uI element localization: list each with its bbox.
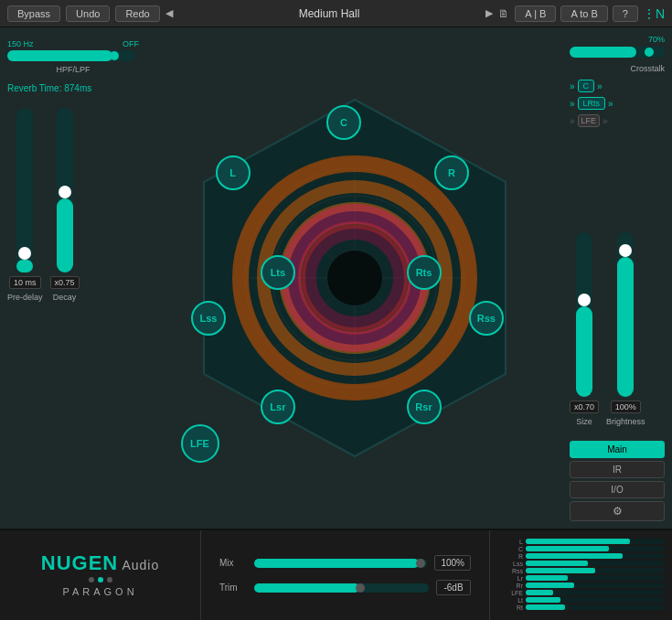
meter-row-Lt: Lt <box>497 596 665 604</box>
brightness-slider[interactable] <box>617 232 634 397</box>
predelay-value[interactable]: 10 ms <box>9 276 41 289</box>
audio-text: Audio <box>118 558 159 572</box>
logo-section: NUGEN Audio PARAGON <box>0 530 201 620</box>
reverb-time: Reverb Time: 874ms <box>7 83 139 93</box>
crosstalk-slider[interactable] <box>570 47 665 58</box>
cx-channel-LRts: » LRts » <box>570 97 665 110</box>
cx-btn-LFE[interactable]: LFE <box>578 114 601 127</box>
speaker-Rsr[interactable]: Rsr <box>407 390 442 424</box>
predelay-thumb[interactable] <box>18 247 31 260</box>
meter-label-LFE: LFE <box>497 590 523 596</box>
size-value[interactable]: x0.70 <box>570 401 599 413</box>
ab-button[interactable]: A | B <box>515 5 556 22</box>
mix-slider[interactable] <box>254 559 427 568</box>
settings-tab[interactable]: ⚙ <box>570 501 665 521</box>
center-area: C L R Lts Rts Lss Rss Lsr Rsr LFE <box>146 27 562 529</box>
speaker-L[interactable]: L <box>216 155 251 190</box>
meter-bar-container-Rr <box>526 583 665 588</box>
speaker-LFE[interactable]: LFE <box>181 424 219 463</box>
logo-dot-2 <box>98 577 103 583</box>
cx-btn-C[interactable]: C <box>578 80 595 92</box>
paragon-text: PARAGON <box>62 586 137 597</box>
cx-arrow-LFE: » <box>570 116 575 126</box>
meter-label-R: R <box>497 553 523 560</box>
ir-tab[interactable]: IR <box>570 461 665 478</box>
meter-row-LFE: LFE <box>497 589 665 596</box>
a-to-b-button[interactable]: A to B <box>560 5 607 22</box>
meter-bar-container-L <box>526 539 665 544</box>
brightness-value[interactable]: 100% <box>611 401 641 413</box>
gen-text: GEN <box>72 551 119 574</box>
filter-section: 150 Hz OFF HPF/LPF <box>7 39 139 74</box>
preset-name: Medium Hall <box>178 7 481 20</box>
size-label: Size <box>576 417 592 426</box>
cx-channel-C: » C » <box>570 80 665 92</box>
mix-label: Mix <box>219 558 247 568</box>
menu-icon[interactable]: ⋮N <box>643 6 665 21</box>
meter-row-Rss: Rss <box>497 567 665 574</box>
decay-value[interactable]: x0.75 <box>50 276 80 289</box>
meter-bar-Lss <box>526 561 588 566</box>
meter-label-Rss: Rss <box>497 568 523 574</box>
right-panel: 70% Crosstalk » C » » LRts » » LFE » <box>562 27 672 529</box>
lpf-thumb[interactable] <box>110 51 119 60</box>
crosstalk-label: Crosstalk <box>570 64 665 73</box>
trim-slider[interactable] <box>254 583 429 593</box>
trim-thumb[interactable] <box>356 583 365 593</box>
size-thumb[interactable] <box>578 294 591 306</box>
speaker-Lsr[interactable]: Lsr <box>261 390 295 424</box>
meter-row-Lr: Lr <box>497 574 665 582</box>
meter-bar-L <box>526 539 630 544</box>
cx-btn-LRts[interactable]: LRts <box>578 97 606 110</box>
predelay-decay-sliders: 10 ms Pre-delay x0.75 Decay <box>7 108 139 302</box>
cx-arrow-C: » <box>570 81 575 91</box>
meter-label-Rt: Rt <box>497 604 523 611</box>
next-preset-icon[interactable]: ▶ <box>485 7 493 19</box>
trim-value[interactable]: -6dB <box>436 580 471 595</box>
cx-arrow-C2: » <box>597 81 603 91</box>
meter-bar-container-Rss <box>526 568 665 573</box>
meter-bar-Rss <box>526 568 595 573</box>
decay-slider-container: x0.75 Decay <box>50 108 80 302</box>
decay-slider[interactable] <box>57 108 73 273</box>
speaker-R[interactable]: R <box>434 155 469 190</box>
hpf-freq-label: 150 Hz <box>7 39 34 48</box>
meter-label-Lt: Lt <box>497 597 523 604</box>
meter-bar-LFE <box>526 590 553 595</box>
main-tab[interactable]: Main <box>570 441 665 458</box>
crosstalk-percent: 70% <box>648 35 665 44</box>
decay-thumb[interactable] <box>59 186 71 198</box>
meter-bar-container-Lr <box>526 575 665 581</box>
predelay-slider[interactable] <box>16 108 33 273</box>
help-button[interactable]: ? <box>613 5 638 22</box>
speaker-Rss[interactable]: Rss <box>469 301 504 336</box>
size-slider[interactable] <box>576 232 592 397</box>
speaker-Lss[interactable]: Lss <box>191 301 226 336</box>
meter-label-C: C <box>497 546 523 552</box>
mix-value[interactable]: 100% <box>434 555 471 571</box>
hpf-lpf-label: HPF/LPF <box>7 65 139 74</box>
speaker-Lts[interactable]: Lts <box>261 255 295 290</box>
io-tab[interactable]: I/O <box>570 481 665 498</box>
speaker-C[interactable]: C <box>326 105 361 140</box>
cx-channel-LFE: » LFE » <box>570 114 665 127</box>
undo-button[interactable]: Undo <box>66 5 110 22</box>
mix-row: Mix 100% <box>219 555 471 571</box>
meter-row-Rr: Rr <box>497 582 665 589</box>
toolbar: Bypass Undo Redo ◀ Medium Hall ▶ 🗎 A | B… <box>0 0 672 27</box>
save-preset-icon[interactable]: 🗎 <box>498 7 509 20</box>
redo-button[interactable]: Redo <box>115 5 159 22</box>
meter-bar-Rr <box>526 583 574 588</box>
logo-dot-1 <box>89 577 94 583</box>
speaker-Rts[interactable]: Rts <box>407 255 442 290</box>
crosstalk-thumb[interactable] <box>645 48 654 57</box>
meter-bar-container-Lt <box>526 597 665 603</box>
prev-preset-icon[interactable]: ◀ <box>165 7 173 19</box>
meter-label-Rr: Rr <box>497 583 523 589</box>
meter-bar-Rt <box>526 604 565 610</box>
brightness-thumb[interactable] <box>619 244 632 257</box>
nugen-logo: NUGEN Audio <box>41 553 159 573</box>
mix-thumb[interactable] <box>416 559 425 568</box>
hpf-lpf-slider[interactable] <box>7 50 135 61</box>
bypass-button[interactable]: Bypass <box>7 5 60 22</box>
